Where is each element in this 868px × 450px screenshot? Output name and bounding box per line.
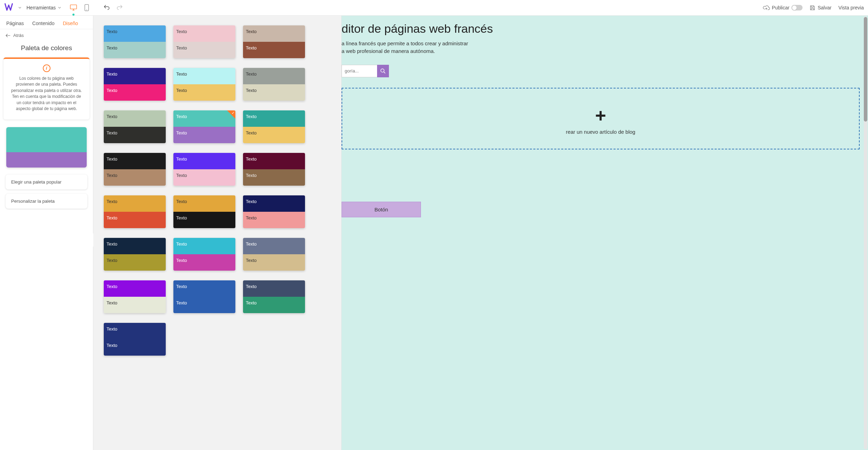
- swatch-top: Texto: [243, 25, 305, 42]
- panel-title: Paleta de colores: [6, 44, 87, 52]
- swatch-bottom: Texto: [104, 127, 166, 143]
- swatch-bottom: Texto: [104, 169, 166, 186]
- swatch-top: Texto: [173, 25, 235, 42]
- preview-sample-button[interactable]: Botón: [342, 202, 421, 217]
- swatch-bottom: Texto: [104, 212, 166, 228]
- swatch-bottom: Texto: [243, 42, 305, 58]
- palette-swatch[interactable]: TextoTexto: [243, 280, 305, 313]
- topbar-right: Publicar Salvar Vista previa: [763, 5, 864, 11]
- palette-swatch[interactable]: TextoTexto: [173, 195, 235, 228]
- swatch-top: Texto: [104, 195, 166, 212]
- current-palette-preview[interactable]: [6, 127, 87, 168]
- back-link[interactable]: Atrás: [6, 33, 87, 38]
- svg-rect-0: [70, 5, 77, 9]
- palette-swatch[interactable]: TextoTexto: [243, 68, 305, 101]
- preview-description: a línea francés que permite a todos crea…: [342, 40, 860, 55]
- palette-swatch[interactable]: TextoTexto: [104, 25, 166, 58]
- swatch-top: Texto: [243, 110, 305, 127]
- tab-pages[interactable]: Páginas: [6, 21, 24, 26]
- publish-toggle[interactable]: [791, 5, 803, 10]
- palette-swatch[interactable]: TextoTexto: [243, 110, 305, 143]
- undo-redo-group: [103, 4, 123, 11]
- palette-swatch[interactable]: TextoTexto: [104, 110, 166, 143]
- palette-picker-panel: TextoTextoTextoTextoTextoTextoTextoTexto…: [93, 16, 342, 450]
- desktop-icon: [70, 4, 77, 11]
- palette-swatch[interactable]: TextoTexto: [173, 25, 235, 58]
- device-switcher: [69, 3, 91, 12]
- customize-palette-button[interactable]: Personalizar la paleta: [6, 194, 87, 209]
- swatch-bottom: Texto: [243, 169, 305, 186]
- svg-point-2: [86, 9, 87, 10]
- swatch-bottom: Texto: [243, 212, 305, 228]
- palette-swatch[interactable]: TextoTexto: [104, 153, 166, 186]
- swatch-top: Texto: [104, 280, 166, 297]
- swatch-bottom: Texto: [243, 254, 305, 271]
- swatch-bottom: Texto: [173, 297, 235, 313]
- preview-search-button[interactable]: [377, 65, 389, 77]
- palette-swatch[interactable]: TextoTexto: [173, 238, 235, 271]
- topbar: Herramientas Publicar Salvar Vista previ…: [0, 0, 868, 16]
- palette-swatch[interactable]: TextoTexto: [104, 238, 166, 271]
- search-icon: [380, 68, 386, 74]
- preview-scrollbar[interactable]: [864, 16, 867, 449]
- palette-swatch[interactable]: TextoTexto: [173, 110, 235, 143]
- tab-content[interactable]: Contenido: [32, 21, 55, 26]
- device-mobile-button[interactable]: [82, 3, 91, 12]
- palette-swatch[interactable]: TextoTexto: [104, 195, 166, 228]
- swatch-bottom: Texto: [173, 127, 235, 143]
- swatch-bottom: Texto: [243, 127, 305, 143]
- preview-button[interactable]: Vista previa: [838, 5, 864, 10]
- back-label: Atrás: [13, 33, 24, 38]
- swatch-bottom: Texto: [104, 42, 166, 58]
- redo-icon: [116, 4, 123, 10]
- swatch-top: Texto: [173, 195, 235, 212]
- swatch-top: Texto: [173, 238, 235, 254]
- tab-design[interactable]: Diseño: [63, 21, 78, 26]
- plus-icon: +: [349, 106, 852, 125]
- palette-swatch[interactable]: TextoTexto: [173, 153, 235, 186]
- palette-swatch[interactable]: TextoTexto: [243, 238, 305, 271]
- publish-button[interactable]: Publicar: [763, 5, 803, 10]
- swatch-top: Texto: [243, 238, 305, 254]
- palette-swatch[interactable]: TextoTexto: [243, 195, 305, 228]
- palette-swatch[interactable]: TextoTexto: [104, 68, 166, 101]
- save-button[interactable]: Salvar: [810, 5, 831, 11]
- preview-search-input[interactable]: [342, 65, 377, 77]
- swatch-bottom: Texto: [104, 84, 166, 101]
- palette-swatch[interactable]: TextoTexto: [104, 280, 166, 313]
- palette-swatch[interactable]: TextoTexto: [173, 68, 235, 101]
- sidebar-tabs: Páginas Contenido Diseño: [0, 16, 93, 29]
- publish-label: Publicar: [772, 5, 790, 10]
- new-article-label: rear un nuevo artículo de blog: [349, 129, 852, 135]
- svg-point-3: [381, 69, 384, 72]
- palette-swatch[interactable]: TextoTexto: [104, 323, 166, 356]
- undo-button[interactable]: [103, 4, 110, 11]
- swatch-top: Texto: [173, 110, 235, 127]
- device-desktop-button[interactable]: [69, 3, 78, 12]
- choose-popular-palette-button[interactable]: Elegir una paleta popular: [6, 174, 87, 189]
- preview-title: ditor de páginas web francés: [342, 22, 860, 36]
- swatch-bottom: Texto: [104, 297, 166, 313]
- swatch-top: Texto: [173, 153, 235, 169]
- save-icon: [810, 5, 815, 11]
- palette-swatch[interactable]: TextoTexto: [173, 280, 235, 313]
- palette-swatch[interactable]: TextoTexto: [243, 153, 305, 186]
- swatch-top: Texto: [104, 238, 166, 254]
- swatch-bottom: Texto: [173, 254, 235, 271]
- swatch-top: Texto: [243, 280, 305, 297]
- new-article-dropzone[interactable]: + rear un nuevo artículo de blog: [342, 88, 860, 149]
- swatch-bottom: Texto: [173, 212, 235, 228]
- swatch-bottom: Texto: [173, 84, 235, 101]
- save-label: Salvar: [818, 5, 831, 10]
- swatch-top: Texto: [104, 25, 166, 42]
- redo-button[interactable]: [116, 4, 123, 11]
- info-icon: i: [43, 64, 50, 72]
- swatch-top: Texto: [243, 195, 305, 212]
- mobile-icon: [84, 4, 89, 11]
- logo[interactable]: [4, 2, 13, 13]
- left-sidebar: Páginas Contenido Diseño Atrás Paleta de…: [0, 16, 93, 450]
- preview-label: Vista previa: [838, 5, 864, 10]
- palette-swatch[interactable]: TextoTexto: [243, 25, 305, 58]
- logo-dropdown[interactable]: [18, 5, 22, 11]
- tools-menu[interactable]: Herramientas: [26, 5, 61, 10]
